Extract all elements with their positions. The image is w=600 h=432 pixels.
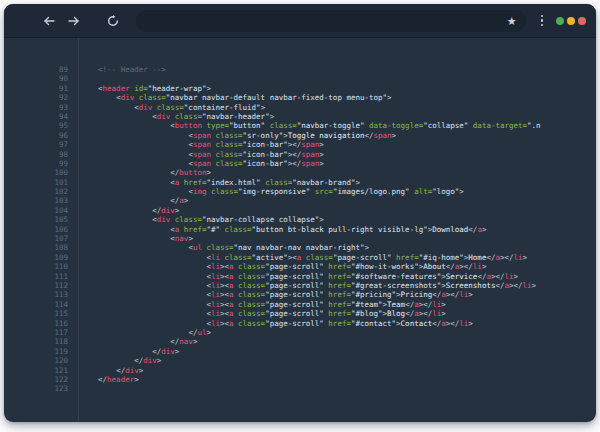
code-line: 95 <button type="button" class="navbar-t… — [4, 121, 596, 130]
code-line: 110 <li><a class="page-scroll" href="#ho… — [4, 262, 596, 271]
code-text: <li><a class="page-scroll" href="#contac… — [68, 319, 473, 328]
code-text: </div> — [68, 206, 179, 215]
code-text: <div class="navbar navbar-default navbar… — [68, 93, 392, 102]
browser-window: ★ 89 <!-- Header -->9091 <header id="hea… — [4, 4, 596, 422]
code-text: </nav> — [68, 337, 197, 346]
code-editor: 89 <!-- Header -->9091 <header id="heade… — [4, 38, 596, 421]
line-number: 117 — [4, 328, 68, 337]
code-text: <a href="index.html" class="navbar-brand… — [68, 178, 360, 187]
code-line: 89 <!-- Header --> — [4, 65, 596, 74]
line-number: 105 — [4, 215, 68, 224]
code-text: <a href="#" class="button bt-black pull-… — [68, 225, 486, 234]
line-number: 121 — [4, 366, 68, 375]
code-line: 94 <div class="navbar-header"> — [4, 112, 596, 121]
line-number: 95 — [4, 121, 68, 130]
code-line: 123 — [4, 384, 596, 393]
bookmark-star-icon[interactable]: ★ — [507, 15, 517, 26]
kebab-menu-icon[interactable] — [538, 12, 547, 30]
code-line: 120 </div> — [4, 356, 596, 365]
code-line: 122 </header> — [4, 375, 596, 384]
code-line: 93 <div class="container-fluid"> — [4, 103, 596, 112]
address-bar[interactable]: ★ — [136, 10, 526, 32]
line-number: 108 — [4, 243, 68, 252]
code-text: <ul class="nav navbar-nav navbar-right"> — [68, 243, 369, 252]
code-line: 102 <img class="img-responsive" src="ima… — [4, 187, 596, 196]
line-number: 115 — [4, 309, 68, 318]
window-control-dots — [556, 17, 586, 25]
code-line: 116 <li><a class="page-scroll" href="#co… — [4, 319, 596, 328]
code-line: 97 <span class="icon-bar"></span> — [4, 140, 596, 149]
code-text: </div> — [68, 356, 161, 365]
code-text: </ul> — [68, 328, 211, 337]
code-text: <span class="icon-bar"></span> — [68, 150, 324, 159]
code-text: <li><a class="page-scroll" href="#team">… — [68, 300, 446, 309]
line-number: 123 — [4, 384, 68, 393]
code-text: </button> — [68, 168, 211, 177]
code-text: <li><a class="page-scroll" href="#pricin… — [68, 290, 473, 299]
code-line: 118 </nav> — [4, 337, 596, 346]
code-line: 101 <a href="index.html" class="navbar-b… — [4, 178, 596, 187]
line-number: 120 — [4, 356, 68, 365]
line-number: 102 — [4, 187, 68, 196]
line-number: 116 — [4, 319, 68, 328]
line-number: 98 — [4, 150, 68, 159]
red-dot[interactable] — [578, 17, 586, 25]
code-line: 98 <span class="icon-bar"></span> — [4, 150, 596, 159]
line-number: 91 — [4, 84, 68, 93]
code-line: 108 <ul class="nav navbar-nav navbar-rig… — [4, 243, 596, 252]
code-line: 109 <li class="active"><a class="page-sc… — [4, 253, 596, 262]
line-number: 94 — [4, 112, 68, 121]
code-line: 119 </div> — [4, 347, 596, 356]
line-number: 100 — [4, 168, 68, 177]
code-line: 91 <header id="header-wrap"> — [4, 84, 596, 93]
line-number: 112 — [4, 281, 68, 290]
green-dot[interactable] — [556, 17, 564, 25]
nav-buttons — [42, 14, 120, 28]
yellow-dot[interactable] — [567, 17, 575, 25]
code-line: 99 <span class="icon-bar"></span> — [4, 159, 596, 168]
back-arrow-icon[interactable] — [42, 14, 56, 28]
line-number: 97 — [4, 140, 68, 149]
code-line: 114 <li><a class="page-scroll" href="#te… — [4, 300, 596, 309]
line-number: 119 — [4, 347, 68, 356]
browser-toolbar: ★ — [4, 4, 596, 38]
code-lines: 89 <!-- Header -->9091 <header id="heade… — [4, 65, 596, 394]
gutter-divider — [78, 38, 79, 421]
reload-icon[interactable] — [106, 14, 120, 28]
code-line: 105 <div class="navbar-collapse collapse… — [4, 215, 596, 224]
code-text: <li><a class="page-scroll" href="#great-… — [68, 281, 536, 290]
code-text: <!-- Header --> — [68, 65, 166, 74]
line-number: 114 — [4, 300, 68, 309]
code-line: 104 </div> — [4, 206, 596, 215]
code-line: 100 </button> — [4, 168, 596, 177]
code-text: <header id="header-wrap"> — [68, 84, 211, 93]
line-number: 99 — [4, 159, 68, 168]
code-text: <div class="container-fluid"> — [68, 103, 265, 112]
code-line: 106 <a href="#" class="button bt-black p… — [4, 225, 596, 234]
code-text: <span class="sr-only">Toggle navigation<… — [68, 131, 396, 140]
line-number: 122 — [4, 375, 68, 384]
line-number: 89 — [4, 65, 68, 74]
code-line: 96 <span class="sr-only">Toggle navigati… — [4, 131, 596, 140]
code-text: </div> — [68, 347, 179, 356]
code-text: <li><a class="page-scroll" href="#how-it… — [68, 262, 486, 271]
code-line: 90 — [4, 74, 596, 83]
code-text: <span class="icon-bar"></span> — [68, 159, 324, 168]
line-number: 104 — [4, 206, 68, 215]
code-text: <div class="navbar-header"> — [68, 112, 274, 121]
code-text: <li><a class="page-scroll" href="#softwa… — [68, 272, 518, 281]
code-line: 117 </ul> — [4, 328, 596, 337]
code-text: <img class="img-responsive" src="images/… — [68, 187, 464, 196]
forward-arrow-icon[interactable] — [67, 14, 81, 28]
line-number: 92 — [4, 93, 68, 102]
code-text: <div class="navbar-collapse collapse"> — [68, 215, 324, 224]
code-text: </a> — [68, 196, 188, 205]
code-text: <button type="button" class="navbar-togg… — [68, 121, 541, 130]
line-number: 118 — [4, 337, 68, 346]
code-text: <span class="icon-bar"></span> — [68, 140, 324, 149]
line-number: 107 — [4, 234, 68, 243]
line-number: 106 — [4, 225, 68, 234]
line-number: 110 — [4, 262, 68, 271]
line-number: 93 — [4, 103, 68, 112]
line-number: 113 — [4, 290, 68, 299]
